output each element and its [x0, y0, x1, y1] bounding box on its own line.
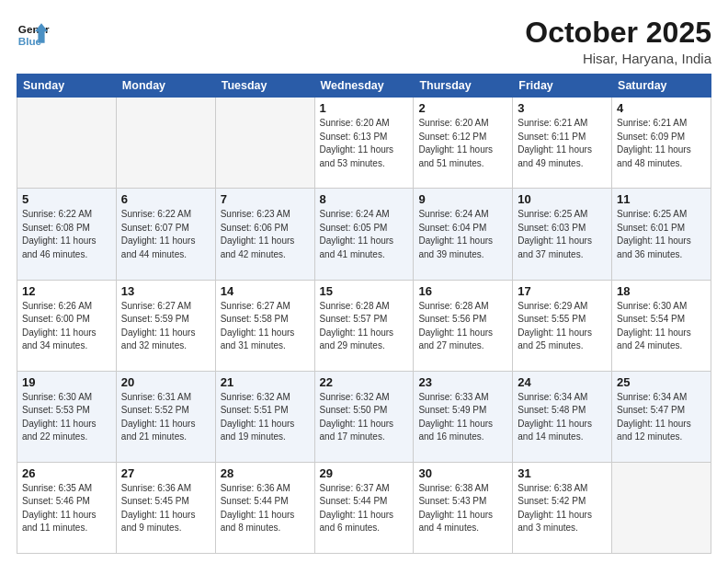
day-number: 19 — [22, 375, 111, 389]
day-info: Sunrise: 6:34 AMSunset: 5:47 PMDaylight:… — [617, 391, 706, 444]
day-cell-11: 11Sunrise: 6:25 AMSunset: 6:01 PMDayligh… — [612, 189, 711, 280]
day-info: Sunrise: 6:27 AMSunset: 5:59 PMDaylight:… — [121, 300, 210, 353]
empty-cell — [116, 98, 215, 189]
day-header-friday: Friday — [513, 75, 612, 98]
week-row-2: 5Sunrise: 6:22 AMSunset: 6:08 PMDaylight… — [17, 189, 711, 280]
day-number: 3 — [518, 101, 607, 115]
location: Hisar, Haryana, India — [525, 51, 711, 66]
day-number: 13 — [121, 284, 210, 298]
title-block: October 2025 Hisar, Haryana, India — [525, 17, 711, 66]
week-row-3: 12Sunrise: 6:26 AMSunset: 6:00 PMDayligh… — [17, 280, 711, 371]
day-number: 15 — [320, 284, 409, 298]
day-info: Sunrise: 6:34 AMSunset: 5:48 PMDaylight:… — [518, 391, 607, 444]
day-info: Sunrise: 6:38 AMSunset: 5:42 PMDaylight:… — [518, 482, 607, 535]
day-header-sunday: Sunday — [17, 75, 117, 98]
day-number: 10 — [518, 192, 607, 206]
day-number: 25 — [617, 375, 706, 389]
day-cell-28: 28Sunrise: 6:36 AMSunset: 5:44 PMDayligh… — [215, 462, 314, 553]
day-cell-23: 23Sunrise: 6:33 AMSunset: 5:49 PMDayligh… — [414, 371, 513, 462]
day-number: 29 — [320, 466, 409, 480]
day-info: Sunrise: 6:30 AMSunset: 5:53 PMDaylight:… — [22, 391, 111, 444]
logo-icon: General Blue — [17, 17, 50, 50]
day-cell-6: 6Sunrise: 6:22 AMSunset: 6:07 PMDaylight… — [116, 189, 215, 280]
day-cell-10: 10Sunrise: 6:25 AMSunset: 6:03 PMDayligh… — [513, 189, 612, 280]
day-cell-13: 13Sunrise: 6:27 AMSunset: 5:59 PMDayligh… — [116, 280, 215, 371]
calendar: SundayMondayTuesdayWednesdayThursdayFrid… — [17, 74, 711, 554]
day-info: Sunrise: 6:24 AMSunset: 6:04 PMDaylight:… — [418, 208, 507, 261]
day-number: 4 — [617, 101, 706, 115]
day-info: Sunrise: 6:21 AMSunset: 6:11 PMDaylight:… — [518, 117, 607, 170]
day-number: 23 — [418, 375, 507, 389]
day-info: Sunrise: 6:25 AMSunset: 6:03 PMDaylight:… — [518, 208, 607, 261]
week-row-5: 26Sunrise: 6:35 AMSunset: 5:46 PMDayligh… — [17, 462, 711, 553]
day-info: Sunrise: 6:32 AMSunset: 5:50 PMDaylight:… — [320, 391, 409, 444]
day-cell-18: 18Sunrise: 6:30 AMSunset: 5:54 PMDayligh… — [612, 280, 711, 371]
month-title: October 2025 — [525, 17, 711, 49]
day-cell-12: 12Sunrise: 6:26 AMSunset: 6:00 PMDayligh… — [17, 280, 117, 371]
day-cell-5: 5Sunrise: 6:22 AMSunset: 6:08 PMDaylight… — [17, 189, 117, 280]
day-number: 26 — [22, 466, 111, 480]
day-cell-17: 17Sunrise: 6:29 AMSunset: 5:55 PMDayligh… — [513, 280, 612, 371]
day-info: Sunrise: 6:32 AMSunset: 5:51 PMDaylight:… — [221, 391, 310, 444]
day-cell-19: 19Sunrise: 6:30 AMSunset: 5:53 PMDayligh… — [17, 371, 117, 462]
day-cell-9: 9Sunrise: 6:24 AMSunset: 6:04 PMDaylight… — [414, 189, 513, 280]
day-cell-22: 22Sunrise: 6:32 AMSunset: 5:50 PMDayligh… — [314, 371, 414, 462]
day-number: 14 — [221, 284, 310, 298]
day-cell-20: 20Sunrise: 6:31 AMSunset: 5:52 PMDayligh… — [116, 371, 215, 462]
day-number: 21 — [221, 375, 310, 389]
day-number: 31 — [518, 466, 607, 480]
day-header-thursday: Thursday — [414, 75, 513, 98]
day-cell-14: 14Sunrise: 6:27 AMSunset: 5:58 PMDayligh… — [215, 280, 314, 371]
day-cell-3: 3Sunrise: 6:21 AMSunset: 6:11 PMDaylight… — [513, 98, 612, 189]
day-cell-2: 2Sunrise: 6:20 AMSunset: 6:12 PMDaylight… — [414, 98, 513, 189]
day-cell-24: 24Sunrise: 6:34 AMSunset: 5:48 PMDayligh… — [513, 371, 612, 462]
empty-cell — [17, 98, 117, 189]
day-cell-21: 21Sunrise: 6:32 AMSunset: 5:51 PMDayligh… — [215, 371, 314, 462]
day-number: 18 — [617, 284, 706, 298]
day-header-saturday: Saturday — [612, 75, 711, 98]
day-number: 24 — [518, 375, 607, 389]
day-info: Sunrise: 6:22 AMSunset: 6:07 PMDaylight:… — [121, 208, 210, 261]
day-number: 30 — [418, 466, 507, 480]
day-number: 17 — [518, 284, 607, 298]
day-info: Sunrise: 6:22 AMSunset: 6:08 PMDaylight:… — [22, 208, 111, 261]
day-info: Sunrise: 6:35 AMSunset: 5:46 PMDaylight:… — [22, 482, 111, 535]
day-info: Sunrise: 6:37 AMSunset: 5:44 PMDaylight:… — [320, 482, 409, 535]
week-row-4: 19Sunrise: 6:30 AMSunset: 5:53 PMDayligh… — [17, 371, 711, 462]
day-cell-31: 31Sunrise: 6:38 AMSunset: 5:42 PMDayligh… — [513, 462, 612, 553]
day-info: Sunrise: 6:23 AMSunset: 6:06 PMDaylight:… — [221, 208, 310, 261]
day-info: Sunrise: 6:30 AMSunset: 5:54 PMDaylight:… — [617, 300, 706, 353]
day-cell-7: 7Sunrise: 6:23 AMSunset: 6:06 PMDaylight… — [215, 189, 314, 280]
day-number: 28 — [221, 466, 310, 480]
day-cell-25: 25Sunrise: 6:34 AMSunset: 5:47 PMDayligh… — [612, 371, 711, 462]
day-info: Sunrise: 6:31 AMSunset: 5:52 PMDaylight:… — [121, 391, 210, 444]
day-number: 22 — [320, 375, 409, 389]
day-cell-27: 27Sunrise: 6:36 AMSunset: 5:45 PMDayligh… — [116, 462, 215, 553]
day-cell-4: 4Sunrise: 6:21 AMSunset: 6:09 PMDaylight… — [612, 98, 711, 189]
day-number: 9 — [418, 192, 507, 206]
day-info: Sunrise: 6:29 AMSunset: 5:55 PMDaylight:… — [518, 300, 607, 353]
day-number: 7 — [221, 192, 310, 206]
day-cell-26: 26Sunrise: 6:35 AMSunset: 5:46 PMDayligh… — [17, 462, 117, 553]
day-number: 6 — [121, 192, 210, 206]
day-info: Sunrise: 6:27 AMSunset: 5:58 PMDaylight:… — [221, 300, 310, 353]
day-number: 5 — [22, 192, 111, 206]
day-number: 12 — [22, 284, 111, 298]
day-info: Sunrise: 6:20 AMSunset: 6:12 PMDaylight:… — [418, 117, 507, 170]
day-info: Sunrise: 6:24 AMSunset: 6:05 PMDaylight:… — [320, 208, 409, 261]
day-info: Sunrise: 6:36 AMSunset: 5:45 PMDaylight:… — [121, 482, 210, 535]
day-number: 11 — [617, 192, 706, 206]
day-info: Sunrise: 6:38 AMSunset: 5:43 PMDaylight:… — [418, 482, 507, 535]
week-row-1: 1Sunrise: 6:20 AMSunset: 6:13 PMDaylight… — [17, 98, 711, 189]
day-header-monday: Monday — [116, 75, 215, 98]
day-info: Sunrise: 6:20 AMSunset: 6:13 PMDaylight:… — [320, 117, 409, 170]
day-cell-30: 30Sunrise: 6:38 AMSunset: 5:43 PMDayligh… — [414, 462, 513, 553]
day-cell-1: 1Sunrise: 6:20 AMSunset: 6:13 PMDaylight… — [314, 98, 414, 189]
page: General Blue October 2025 Hisar, Haryana… — [0, 0, 728, 563]
day-info: Sunrise: 6:28 AMSunset: 5:56 PMDaylight:… — [418, 300, 507, 353]
day-info: Sunrise: 6:28 AMSunset: 5:57 PMDaylight:… — [320, 300, 409, 353]
day-cell-29: 29Sunrise: 6:37 AMSunset: 5:44 PMDayligh… — [314, 462, 414, 553]
days-header-row: SundayMondayTuesdayWednesdayThursdayFrid… — [17, 75, 711, 98]
day-cell-8: 8Sunrise: 6:24 AMSunset: 6:05 PMDaylight… — [314, 189, 414, 280]
day-header-tuesday: Tuesday — [215, 75, 314, 98]
